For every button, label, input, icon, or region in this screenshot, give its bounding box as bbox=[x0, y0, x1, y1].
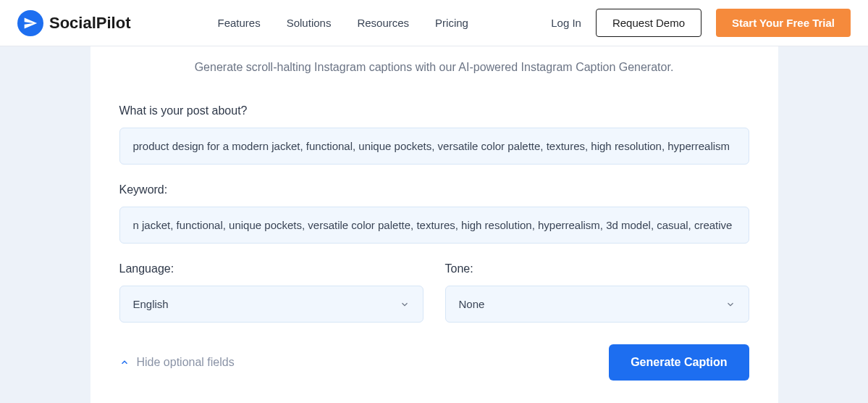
nav-pricing[interactable]: Pricing bbox=[435, 17, 468, 29]
chevron-down-icon bbox=[400, 299, 410, 309]
nav-features[interactable]: Features bbox=[217, 17, 260, 29]
topbar: SocialPilot Features Solutions Resources… bbox=[0, 0, 868, 46]
tone-label: Tone: bbox=[445, 262, 749, 275]
hide-optional-fields-toggle[interactable]: Hide optional fields bbox=[119, 356, 235, 369]
language-select[interactable]: English bbox=[119, 286, 424, 323]
language-value: English bbox=[133, 298, 169, 310]
nav-solutions[interactable]: Solutions bbox=[287, 17, 332, 29]
main-nav: Features Solutions Resources Pricing bbox=[217, 17, 468, 29]
language-label: Language: bbox=[119, 262, 424, 275]
paper-plane-icon bbox=[17, 10, 43, 36]
about-input[interactable] bbox=[119, 128, 749, 165]
subtitle: Generate scroll-halting Instagram captio… bbox=[119, 61, 749, 74]
start-trial-button[interactable]: Start Your Free Trial bbox=[716, 9, 851, 37]
page-wrap: Generate scroll-halting Instagram captio… bbox=[0, 46, 868, 403]
brand-name: SocialPilot bbox=[49, 14, 130, 33]
generate-caption-button[interactable]: Generate Caption bbox=[609, 344, 749, 381]
tone-select[interactable]: None bbox=[445, 286, 749, 323]
generator-card: Generate scroll-halting Instagram captio… bbox=[90, 46, 778, 403]
keyword-input[interactable] bbox=[119, 207, 749, 244]
keyword-label: Keyword: bbox=[119, 183, 749, 196]
about-label: What is your post about? bbox=[119, 104, 749, 117]
login-link[interactable]: Log In bbox=[551, 17, 581, 29]
topbar-right: Log In Request Demo Start Your Free Tria… bbox=[551, 9, 851, 37]
tone-value: None bbox=[459, 298, 485, 310]
chevron-down-icon bbox=[725, 299, 736, 309]
chevron-up-icon bbox=[119, 357, 130, 367]
hide-optional-label: Hide optional fields bbox=[137, 356, 235, 369]
nav-resources[interactable]: Resources bbox=[357, 17, 409, 29]
request-demo-button[interactable]: Request Demo bbox=[596, 9, 701, 37]
brand[interactable]: SocialPilot bbox=[17, 10, 130, 36]
